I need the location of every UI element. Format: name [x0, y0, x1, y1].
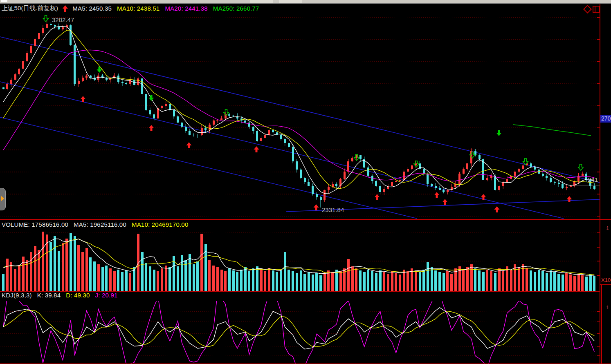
volume-bar: [593, 276, 595, 291]
candle: [308, 182, 310, 186]
volume-bar: [490, 271, 492, 291]
volume-bar: [387, 274, 389, 291]
buy-arrow-icon: [375, 194, 380, 200]
candle: [22, 61, 24, 69]
volume-bar: [181, 255, 183, 291]
volume-bar: [557, 274, 560, 291]
candle: [18, 69, 20, 74]
sell-arrow-icon: [496, 130, 502, 136]
sell-arrow-icon: [97, 67, 102, 73]
candle: [228, 114, 230, 115]
candle: [395, 181, 397, 182]
candle: [304, 178, 306, 182]
candle: [165, 104, 167, 106]
ma5-line: [3, 27, 594, 194]
candle: [312, 186, 314, 194]
candle: [209, 125, 211, 130]
volume-value: VOLUME: 17586516.00: [2, 221, 68, 228]
expand-arrow-icon: [1, 196, 4, 201]
volume-bar: [26, 260, 28, 291]
candle: [288, 143, 290, 147]
candle: [379, 186, 381, 192]
candle: [74, 45, 76, 84]
right-margin-axis: [601, 285, 602, 364]
candle: [50, 24, 52, 25]
candle: [2, 87, 4, 89]
volume-bar: [161, 268, 163, 291]
volume-bar: [375, 273, 377, 291]
price-alert-badge: 2700: [600, 115, 611, 123]
kdj-d-value: D: 49.30: [66, 292, 90, 299]
candle: [280, 135, 282, 139]
volume-bar: [415, 270, 417, 291]
candle: [490, 176, 492, 178]
volume-bar: [244, 267, 247, 291]
candle: [435, 186, 437, 188]
volume-bar: [216, 267, 219, 291]
volume-bar: [165, 266, 167, 291]
candle: [252, 127, 254, 131]
volume-chart[interactable]: [0, 230, 600, 291]
volume-bar: [427, 262, 429, 291]
buy-signal-arrow-icon: [63, 5, 68, 12]
high-price-label: 3202.47: [52, 16, 74, 23]
volume-bar: [224, 271, 227, 291]
candle: [193, 135, 195, 135]
volume-bar: [446, 271, 449, 291]
volume-bar: [438, 272, 441, 291]
candle: [85, 76, 88, 78]
volume-bar: [2, 274, 4, 291]
candle: [149, 110, 151, 114]
volume-bar: [562, 275, 564, 291]
window-top-strip: [0, 0, 611, 4]
main-chart-header: 上证50(日线.前复权) MA5: 2450.35 MA10: 2438.51 …: [2, 4, 259, 12]
candle: [550, 178, 552, 182]
volume-bar: [168, 267, 171, 291]
volume-ma10-line: [3, 239, 594, 275]
volume-bar: [49, 242, 52, 291]
volume-bar: [355, 268, 357, 291]
volume-bar: [77, 245, 80, 291]
volume-bar: [125, 270, 128, 291]
candle: [30, 46, 32, 53]
volume-bar: [502, 270, 504, 291]
volume-bar: [228, 268, 231, 291]
volume-bar: [268, 268, 270, 291]
sidebar-expander-tab[interactable]: [0, 188, 6, 210]
volume-bar: [14, 269, 16, 291]
volume-bar: [58, 251, 60, 291]
volume-ma10-value: MA10: 20469170.00: [132, 221, 189, 228]
volume-bar: [399, 275, 401, 291]
candle: [34, 39, 36, 46]
candle: [351, 158, 353, 161]
volume-bar: [264, 271, 266, 291]
candle: [443, 190, 445, 192]
volume-bar: [323, 272, 326, 291]
diamond-icon[interactable]: [583, 5, 592, 13]
volume-bar: [458, 266, 461, 291]
candle: [566, 187, 568, 188]
candle: [153, 114, 155, 118]
volume-bar: [367, 270, 369, 291]
kdj-chart[interactable]: [0, 301, 600, 364]
candle: [486, 178, 488, 180]
low-price-label: 2331.84: [322, 206, 344, 213]
candle: [121, 82, 124, 83]
candle: [530, 163, 532, 166]
candle: [542, 174, 544, 176]
top-strip-segment: [250, 0, 273, 3]
volume-bar: [530, 270, 532, 291]
volume-bar: [97, 264, 100, 291]
split-window-icon[interactable]: [593, 6, 600, 13]
ma250-line: [513, 125, 591, 136]
candle: [506, 179, 508, 182]
sell-arrow-hollow-icon: [578, 164, 584, 170]
volume-bar: [260, 270, 263, 291]
candle: [554, 182, 556, 183]
candle: [58, 27, 60, 29]
volume-bar: [391, 271, 393, 291]
volume-bar: [157, 271, 159, 291]
right-price-axis: [600, 4, 600, 364]
main-candlestick-chart[interactable]: [0, 13, 600, 219]
volume-bar: [450, 274, 453, 291]
